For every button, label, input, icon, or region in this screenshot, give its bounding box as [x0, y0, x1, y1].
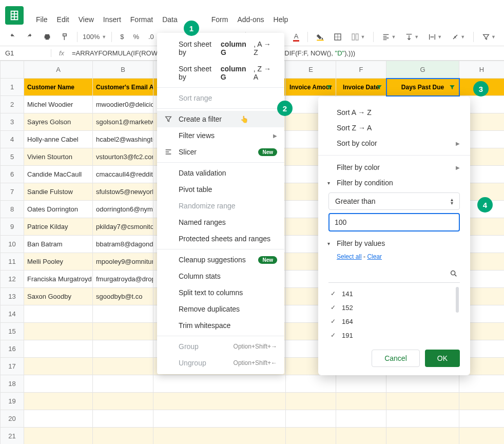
cell[interactable]: [93, 410, 153, 428]
filter-by-color-item[interactable]: Filter by color▶: [318, 160, 470, 175]
row-header[interactable]: 19: [1, 393, 24, 410]
undo-button[interactable]: [5, 31, 20, 43]
remove-duplicates-item[interactable]: Remove duplicates: [157, 301, 284, 317]
named-ranges-item[interactable]: Named ranges: [157, 214, 284, 230]
row-header[interactable]: 9: [1, 218, 24, 236]
cell[interactable]: Michel Woodier: [24, 96, 93, 113]
decimal-button[interactable]: .0: [145, 31, 157, 43]
condition-select[interactable]: Greater than▴▾: [328, 192, 460, 210]
cell[interactable]: [24, 375, 93, 393]
row-header[interactable]: 2: [1, 96, 24, 113]
merge-button[interactable]: ▼: [348, 31, 368, 43]
cell[interactable]: fmurgatroyda@dropb: [93, 271, 153, 288]
row-header[interactable]: 6: [1, 166, 24, 183]
condition-value-input[interactable]: 100: [328, 213, 460, 231]
filter-by-condition-item[interactable]: ▾Filter by condition: [318, 175, 470, 190]
cell[interactable]: Candide MacCaull: [24, 166, 93, 183]
text-color-button[interactable]: A: [290, 30, 303, 44]
cell[interactable]: sgoodbyb@t.co: [93, 288, 153, 305]
paint-format-button[interactable]: [57, 31, 72, 43]
header-cell[interactable]: Customer's Email Ad: [93, 79, 153, 96]
wrap-button[interactable]: ▼: [425, 31, 445, 43]
zoom-selector[interactable]: 100%▼: [83, 33, 106, 41]
print-button[interactable]: [40, 31, 54, 43]
cell[interactable]: [24, 340, 93, 358]
row-header[interactable]: 8: [1, 201, 24, 218]
header-cell[interactable]: Customer Name: [24, 79, 93, 96]
row-header[interactable]: 21: [1, 428, 24, 445]
col-header-f[interactable]: F: [336, 61, 386, 79]
valign-button[interactable]: ▼: [402, 31, 422, 43]
cell[interactable]: [93, 305, 153, 323]
cell[interactable]: Oates Dorrington: [24, 201, 93, 218]
menu-addons[interactable]: Add-ons: [237, 15, 264, 24]
cell[interactable]: [24, 428, 93, 445]
cell[interactable]: Patrice Kilday: [24, 218, 93, 236]
cell[interactable]: mwoodier0@deliciou: [93, 96, 153, 113]
row-header[interactable]: 3: [1, 113, 24, 131]
col-header-a[interactable]: A: [24, 61, 93, 79]
cell[interactable]: sgolson1@marketwa: [93, 113, 153, 131]
cancel-button[interactable]: Cancel: [372, 350, 420, 367]
sort-za-item[interactable]: Sort Z → A: [318, 120, 470, 136]
cell[interactable]: [93, 428, 153, 445]
cell[interactable]: [93, 323, 153, 340]
col-header-e[interactable]: E: [286, 61, 336, 79]
cell[interactable]: bbatram8@dagondes: [93, 236, 153, 253]
col-header-g[interactable]: G: [386, 61, 459, 79]
cell[interactable]: [24, 410, 93, 428]
cell[interactable]: Sandie Fulstow: [24, 183, 93, 201]
cell[interactable]: sfulstow5@newyorke: [93, 183, 153, 201]
menu-insert[interactable]: Insert: [103, 15, 121, 24]
sort-asc-item[interactable]: Sort sheet by column G, A → Z: [157, 36, 284, 61]
menu-help[interactable]: Help: [274, 15, 288, 24]
cell[interactable]: odorrington6@nymag: [93, 201, 153, 218]
cell[interactable]: [24, 305, 93, 323]
menu-view[interactable]: View: [79, 15, 94, 24]
halign-button[interactable]: ▼: [379, 31, 399, 43]
cell[interactable]: [24, 393, 93, 410]
cell[interactable]: [93, 358, 153, 375]
row-header[interactable]: 14: [1, 305, 24, 323]
cell[interactable]: Saxon Goodby: [24, 288, 93, 305]
menu-data[interactable]: Data: [162, 15, 178, 24]
cell[interactable]: [93, 375, 153, 393]
filter-views-item[interactable]: Filter views▶: [157, 127, 284, 144]
rotate-button[interactable]: A▼: [448, 31, 468, 43]
ok-button[interactable]: OK: [425, 350, 460, 367]
row-header[interactable]: 11: [1, 253, 24, 271]
filter-by-values-item[interactable]: ▾Filter by values: [318, 236, 470, 251]
column-stats-item[interactable]: Column stats: [157, 268, 284, 284]
cell-reference[interactable]: G1: [0, 49, 51, 57]
row-header[interactable]: 5: [1, 148, 24, 166]
fill-color-button[interactable]: [313, 31, 327, 43]
menu-form[interactable]: Form: [211, 15, 228, 24]
borders-button[interactable]: [331, 31, 345, 43]
cell[interactable]: vstourton3@fc2.com: [93, 148, 153, 166]
cell[interactable]: pkilday7@csmonitor.: [93, 218, 153, 236]
row-header[interactable]: 15: [1, 323, 24, 340]
header-cell[interactable]: Invoice Date: [336, 79, 386, 96]
header-cell[interactable]: Invoice Amour: [286, 79, 336, 96]
filter-value[interactable]: 164: [328, 315, 460, 329]
cell[interactable]: hcabel2@washington: [93, 131, 153, 148]
pivot-table-item[interactable]: Pivot table: [157, 181, 284, 198]
menu-edit[interactable]: Edit: [57, 15, 69, 24]
cell[interactable]: Melli Pooley: [24, 253, 93, 271]
header-cell-selected[interactable]: Days Past Due: [386, 79, 459, 96]
row-header[interactable]: 13: [1, 288, 24, 305]
create-filter-item[interactable]: Create a filter 👆: [157, 111, 284, 127]
row-header[interactable]: 7: [1, 183, 24, 201]
trim-whitespace-item[interactable]: Trim whitespace: [157, 317, 284, 334]
filter-values-list[interactable]: 141 152 164 191: [328, 287, 460, 342]
sort-by-color-item[interactable]: Sort by color▶: [318, 136, 470, 151]
currency-button[interactable]: $: [117, 31, 127, 43]
cell[interactable]: cmaccaull4@reddit.c: [93, 166, 153, 183]
scrollbar[interactable]: [456, 287, 459, 313]
sort-desc-item[interactable]: Sort sheet by column G, Z → A: [157, 61, 284, 85]
cell[interactable]: Sayres Golson: [24, 113, 93, 131]
filter-button[interactable]: ▼: [479, 31, 499, 43]
row-header[interactable]: 18: [1, 375, 24, 393]
row-header[interactable]: 16: [1, 340, 24, 358]
redo-button[interactable]: [23, 31, 37, 43]
